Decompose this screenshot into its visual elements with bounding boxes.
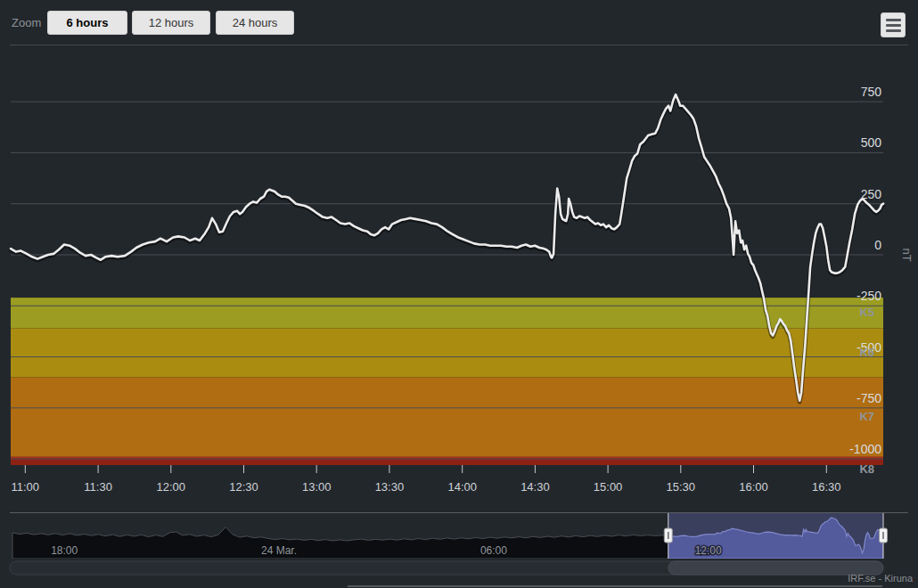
navigator-tick-label: 18:00 [51,544,78,557]
x-tick-label: 12:00 [157,480,186,494]
x-tick-label: 14:30 [520,480,550,494]
magnetogram-chart[interactable]: 11:0011:3012:0012:3013:0013:3014:0014:30… [0,0,918,588]
plot-band-label-K5: K5 [859,306,874,319]
y-tick-label: -250 [857,289,881,303]
plot-band-K6 [11,329,883,378]
y-tick-label: 0 [874,238,881,252]
plot-band-label-K6: K6 [859,346,874,359]
x-tick-label: 13:30 [375,480,405,494]
x-tick-label: 15:30 [667,480,696,494]
y-tick-label: 500 [861,135,882,150]
plot-band-K5 [11,298,883,328]
y-tick-label: -750 [857,391,881,405]
x-tick-label: 15:00 [594,480,623,494]
plot-band-label-K7: K7 [859,410,874,423]
hidden-panel-edge [348,585,882,587]
y-axis-title: nT [900,248,914,261]
navigator-handle-left[interactable] [664,528,672,543]
magnetogram-app: Zoom 6 hours 12 hours 24 hours 11:0011:3… [0,0,918,588]
plot-band-k8-edge [11,457,883,459]
plot-band-K7 [11,378,883,457]
navigator-tick-label: 24 Mar. [261,544,297,557]
navigator-handle-right[interactable] [880,528,888,543]
x-tick-label: 14:00 [447,480,477,494]
y-tick-label: 250 [861,187,882,201]
x-tick-label: 13:00 [302,480,332,494]
x-tick-label: 16:30 [812,480,841,494]
y-tick-label: -1000 [849,442,881,456]
navigator-tick-label: 06:00 [480,544,507,557]
plot-band-label-K8: K8 [859,462,874,476]
x-tick-label: 12:30 [229,480,258,494]
chart-credits: IRF.se - Kiruna [848,573,913,584]
navigator-tick-label: 12:00 [695,544,722,557]
x-tick-label: 11:30 [84,480,112,494]
y-tick-label: 750 [861,85,882,99]
x-tick-label: 16:00 [739,480,768,494]
x-tick-label: 11:00 [12,480,40,494]
